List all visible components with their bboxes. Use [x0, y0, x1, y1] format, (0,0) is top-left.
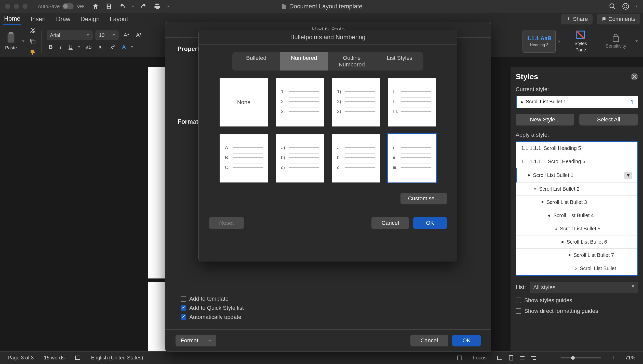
print-icon[interactable]: [154, 3, 161, 10]
italic-button[interactable]: I: [58, 43, 63, 51]
print-layout-icon[interactable]: [508, 355, 514, 361]
spellcheck-icon[interactable]: [75, 355, 81, 361]
tab-home[interactable]: Home: [3, 13, 21, 25]
focus-mode-icon[interactable]: [457, 355, 462, 361]
numbering-ok-button[interactable]: OK: [413, 217, 447, 229]
format-dropdown[interactable]: Format: [176, 335, 216, 346]
qat-customize-icon[interactable]: [167, 6, 169, 7]
style-gallery-item[interactable]: 1.1.1 AaB Heading 3: [523, 30, 556, 53]
tab-bulleted[interactable]: Bulleted: [232, 52, 280, 71]
zoom-out-button[interactable]: −: [547, 354, 550, 361]
tab-layout[interactable]: Layout: [109, 13, 129, 25]
customise-button[interactable]: Customise...: [400, 193, 447, 204]
home-icon[interactable]: [92, 3, 99, 10]
font-color-dropdown-icon[interactable]: [131, 46, 133, 48]
numbering-option[interactable]: 1)2)3): [332, 78, 380, 127]
font-color-button[interactable]: A: [120, 43, 128, 51]
add-template-check[interactable]: Add to template: [181, 296, 476, 302]
style-list-item[interactable]: Scroll List Bullet 4: [516, 209, 637, 222]
toggle-switch[interactable]: [62, 3, 74, 9]
read-mode-icon[interactable]: [497, 355, 503, 361]
new-style-button[interactable]: New Style...: [516, 114, 574, 125]
style-list-item[interactable]: Scroll List Bullet: [516, 262, 637, 275]
zoom-percent[interactable]: 71%: [625, 355, 635, 361]
page-indicator[interactable]: Page 3 of 3: [8, 355, 34, 361]
maximize-window-icon[interactable]: [22, 4, 28, 9]
tab-numbered[interactable]: Numbered: [280, 52, 328, 71]
auto-update-check[interactable]: Automatically update: [181, 314, 476, 320]
style-list-item[interactable]: Scroll List Bullet 3: [516, 196, 637, 209]
style-list-item[interactable]: Scroll List Bullet 7: [516, 249, 637, 262]
subscript-button[interactable]: x2: [97, 43, 105, 52]
numbering-option[interactable]: a)b)c): [276, 134, 324, 183]
show-guides-check[interactable]: Show styles guides: [516, 297, 638, 304]
zoom-slider[interactable]: [560, 357, 601, 358]
outline-view-icon[interactable]: [530, 355, 537, 361]
tab-insert[interactable]: Insert: [30, 13, 47, 25]
select-all-button[interactable]: Select All: [579, 114, 638, 125]
gallery-more-icon[interactable]: ›: [558, 38, 560, 44]
numbering-option[interactable]: 1.2.3.: [276, 78, 324, 127]
comments-button[interactable]: Comments: [597, 14, 640, 24]
strikethrough-button[interactable]: ab: [83, 43, 93, 51]
style-preview-text: 1.1.1 AaB: [527, 35, 552, 42]
numbering-option[interactable]: I.II.III.: [388, 78, 436, 127]
tab-list-styles[interactable]: List Styles: [376, 52, 424, 71]
zoom-in-button[interactable]: +: [611, 354, 615, 361]
close-window-icon[interactable]: [5, 4, 10, 9]
sensitivity-button[interactable]: Sensitivity: [601, 33, 630, 49]
account-dropdown-icon[interactable]: [635, 6, 638, 7]
close-pane-button[interactable]: ✕: [631, 73, 638, 80]
style-list-item[interactable]: Scroll List Bullet 1▼: [516, 168, 637, 183]
tab-draw[interactable]: Draw: [55, 13, 71, 25]
web-layout-icon[interactable]: [519, 355, 525, 361]
style-list-item[interactable]: Scroll List Bullet 6: [516, 235, 637, 249]
styles-pane-button[interactable]: Styles Pane: [570, 30, 591, 53]
show-direct-check[interactable]: Show direct formatting guides: [516, 308, 638, 314]
save-icon[interactable]: [105, 3, 112, 10]
paste-dropdown-icon[interactable]: [22, 40, 24, 42]
style-list-item[interactable]: Scroll List Bullet 2: [516, 183, 637, 196]
underline-button[interactable]: U: [66, 43, 75, 51]
modify-ok-button[interactable]: OK: [452, 335, 481, 346]
search-icon[interactable]: [609, 3, 616, 10]
list-filter-select[interactable]: All styles ⇅: [530, 282, 638, 293]
style-list[interactable]: 1.1.1.1.1Scroll Heading 51.1.1.1.1.1Scro…: [516, 141, 638, 276]
numbering-option[interactable]: i.ii.iii.: [388, 134, 436, 183]
numbering-option[interactable]: a.b.c.: [332, 134, 380, 183]
reset-button[interactable]: Reset: [209, 217, 244, 229]
numbering-option-none[interactable]: None: [220, 78, 268, 127]
superscript-button[interactable]: x2: [108, 43, 117, 51]
add-quick-check[interactable]: Add to Quick Style list: [181, 305, 476, 311]
numbering-cancel-button[interactable]: Cancel: [371, 217, 409, 229]
redo-icon[interactable]: [140, 3, 148, 10]
sensitivity-dropdown-icon[interactable]: [635, 40, 638, 42]
autosave-toggle[interactable]: AutoSave OFF: [38, 3, 84, 9]
style-list-item[interactable]: Scroll List Bullet 5: [516, 222, 637, 235]
paste-button[interactable]: Paste: [5, 32, 17, 51]
focus-label[interactable]: Focus: [473, 355, 486, 361]
account-icon[interactable]: [622, 3, 629, 10]
tab-design[interactable]: Design: [79, 13, 101, 25]
style-list-item[interactable]: 1.1.1.1.1.1Scroll Heading 6: [516, 155, 637, 168]
tab-outline-numbered[interactable]: Outline Numbered: [328, 52, 376, 71]
increase-font-icon[interactable]: A▴: [122, 31, 131, 39]
minimize-window-icon[interactable]: [14, 4, 19, 9]
current-style-box[interactable]: Scroll List Bullet 1 ¶: [516, 96, 638, 108]
format-painter-icon[interactable]: [30, 49, 36, 55]
share-button[interactable]: Share: [561, 14, 593, 24]
font-family-select[interactable]: Arial: [47, 31, 92, 40]
numbering-option[interactable]: A.B.C.: [220, 134, 268, 183]
modify-cancel-button[interactable]: Cancel: [410, 335, 448, 346]
copy-icon[interactable]: [30, 38, 36, 45]
cut-icon[interactable]: [30, 27, 36, 34]
bold-button[interactable]: B: [47, 43, 55, 51]
underline-dropdown-icon[interactable]: [78, 46, 80, 48]
font-size-select[interactable]: 10: [96, 31, 118, 40]
undo-icon[interactable]: [118, 3, 126, 10]
language-indicator[interactable]: English (United States): [91, 355, 143, 361]
word-count[interactable]: 15 words: [44, 355, 64, 361]
style-list-item[interactable]: 1.1.1.1.1Scroll Heading 5: [516, 142, 637, 155]
undo-dropdown-icon[interactable]: [132, 6, 134, 7]
decrease-font-icon[interactable]: A▾: [134, 31, 143, 39]
